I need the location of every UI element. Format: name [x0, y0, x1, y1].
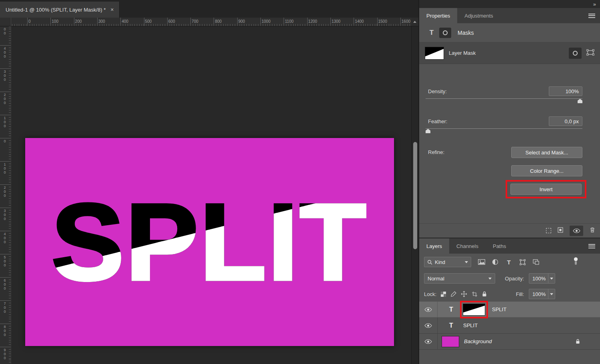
dropdown-arrow-section[interactable]: [548, 274, 555, 283]
dropdown-arrow-section[interactable]: [548, 289, 555, 299]
invert-highlight-box: Invert: [506, 180, 586, 198]
opacity-dropdown[interactable]: 100%: [529, 273, 555, 284]
layer-row-split[interactable]: T SPLIT: [419, 318, 600, 334]
refine-section: Refine: Select and Mask... Color Range..…: [419, 147, 600, 195]
scrollbar-up-arrow[interactable]: [411, 18, 418, 26]
invert-button[interactable]: Invert: [510, 184, 582, 195]
lock-position-icon[interactable]: [461, 291, 467, 297]
fill-dropdown[interactable]: 100%: [529, 289, 555, 299]
canvas-vertical-scrollbar[interactable]: [411, 26, 418, 364]
layer-name[interactable]: SPLIT: [492, 306, 506, 312]
ruler-label: 4 0 0: [3, 232, 7, 244]
layers-panel-menu-icon[interactable]: [588, 244, 595, 248]
color-range-button[interactable]: Color Range...: [511, 165, 582, 176]
layer-name[interactable]: Background: [464, 338, 492, 344]
lock-transparent-pixels-icon[interactable]: [441, 292, 446, 297]
filter-smart-objects-icon[interactable]: [531, 257, 541, 267]
properties-footer: [419, 223, 600, 238]
ruler-label: 400: [122, 19, 128, 24]
ruler-major-tick: [167, 18, 168, 26]
layer-visibility-toggle[interactable]: [419, 302, 438, 317]
layer-mask-actions: [569, 48, 594, 59]
ruler-label: 600: [168, 19, 175, 24]
ruler-label: 900: [238, 19, 245, 24]
ruler-label: 200: [75, 19, 82, 24]
layer-filter-row: Kind T: [419, 254, 600, 270]
layer-visibility-toggle[interactable]: [419, 318, 438, 333]
background-color-thumbnail[interactable]: [442, 336, 459, 347]
density-slider[interactable]: [426, 97, 582, 103]
density-slider-track[interactable]: [426, 98, 582, 99]
pasteboard[interactable]: SPLIT SPLIT: [11, 26, 411, 364]
add-vector-mask-icon[interactable]: [586, 49, 594, 57]
ruler-label: 1300: [332, 19, 340, 24]
ruler-label: 500: [145, 19, 152, 24]
canvas-artwork[interactable]: SPLIT SPLIT: [25, 138, 394, 346]
search-icon: [427, 260, 432, 265]
close-tab-icon[interactable]: ×: [110, 6, 114, 13]
scrollbar-thumb[interactable]: [413, 142, 417, 249]
ruler-label: 5 0 0: [3, 26, 7, 35]
density-slider-handle[interactable]: [578, 99, 582, 103]
background-lock-icon[interactable]: [576, 339, 580, 344]
filter-adjustment-layers-icon[interactable]: [490, 257, 500, 267]
blend-mode-dropdown[interactable]: Normal: [424, 273, 495, 284]
ruler-major-tick: [0, 347, 11, 347]
blend-mode-value: Normal: [428, 276, 444, 282]
select-pixel-mask-button[interactable]: [569, 48, 582, 59]
tab-paths[interactable]: Paths: [486, 238, 513, 254]
document-tab[interactable]: Untitled-1 @ 100% (SPLIT, Layer Mask/8) …: [0, 2, 120, 18]
filter-type-layers-icon[interactable]: T: [504, 257, 514, 267]
type-layer-thumbnail[interactable]: T: [443, 322, 459, 329]
properties-panel-menu-icon[interactable]: [588, 14, 595, 18]
layer-row-background[interactable]: Background: [419, 334, 600, 350]
tab-channels[interactable]: Channels: [449, 238, 486, 254]
delete-mask-icon[interactable]: [590, 227, 595, 234]
density-value-field[interactable]: 100%: [549, 86, 582, 96]
load-selection-icon[interactable]: [546, 228, 551, 233]
layer-row-split-masked[interactable]: T SPLIT: [419, 302, 600, 318]
feather-row: Feather: 0,0 px: [419, 116, 600, 126]
tab-layers[interactable]: Layers: [419, 238, 449, 254]
select-and-mask-button[interactable]: Select and Mask...: [511, 147, 582, 158]
feather-slider-track[interactable]: [426, 128, 582, 129]
tab-adjustments[interactable]: Adjustments: [457, 8, 500, 23]
lock-artboard-nesting-icon[interactable]: [472, 291, 478, 297]
ruler-label: 1200: [308, 19, 317, 24]
ruler-major-tick: [237, 18, 238, 26]
ruler-label: 2 0 0: [3, 186, 7, 198]
feather-value-field[interactable]: 0,0 px: [549, 116, 582, 126]
document-tab-title: Untitled-1 @ 100% (SPLIT, Layer Mask/8) …: [6, 7, 106, 13]
ruler-major-tick: [400, 18, 401, 26]
ruler-label: 1600: [402, 19, 410, 24]
filter-pixel-layers-icon[interactable]: [477, 257, 486, 267]
kind-filter-dropdown[interactable]: Kind: [424, 257, 471, 267]
apply-mask-icon[interactable]: [558, 227, 563, 234]
filter-shape-layers-icon[interactable]: [518, 257, 527, 267]
layer-mask-thumbnail[interactable]: [425, 47, 444, 60]
ruler-major-tick: [190, 18, 191, 26]
lock-image-pixels-icon[interactable]: [450, 291, 456, 297]
ruler-label: 1000: [262, 19, 270, 24]
layer-mask-thumbnail[interactable]: [463, 304, 485, 316]
tab-properties[interactable]: Properties: [419, 8, 457, 23]
layer-name[interactable]: SPLIT: [463, 322, 478, 328]
eye-icon: [424, 339, 432, 344]
collapse-panels-icon[interactable]: »: [593, 1, 596, 7]
type-layer-thumbnail[interactable]: T: [443, 306, 459, 313]
feather-slider-handle[interactable]: [426, 129, 430, 133]
feather-slider[interactable]: [426, 127, 582, 133]
toggle-mask-visibility-button[interactable]: [570, 226, 583, 236]
mask-properties-icon[interactable]: [439, 28, 451, 38]
eye-icon: [424, 307, 432, 312]
ruler-label: 300: [98, 19, 105, 24]
lock-all-icon[interactable]: [482, 291, 487, 297]
up-arrow-icon: [413, 21, 416, 23]
type-properties-icon[interactable]: T: [428, 29, 435, 37]
horizontal-ruler: 0100200300400500600700800900100011001200…: [11, 18, 411, 26]
ruler-label: 1100: [285, 19, 294, 24]
ruler-origin-corner: [0, 18, 11, 26]
filtering-toggle-switch[interactable]: [573, 257, 578, 267]
ruler-label: 4 0 0: [3, 46, 7, 58]
layer-visibility-toggle[interactable]: [419, 334, 438, 349]
